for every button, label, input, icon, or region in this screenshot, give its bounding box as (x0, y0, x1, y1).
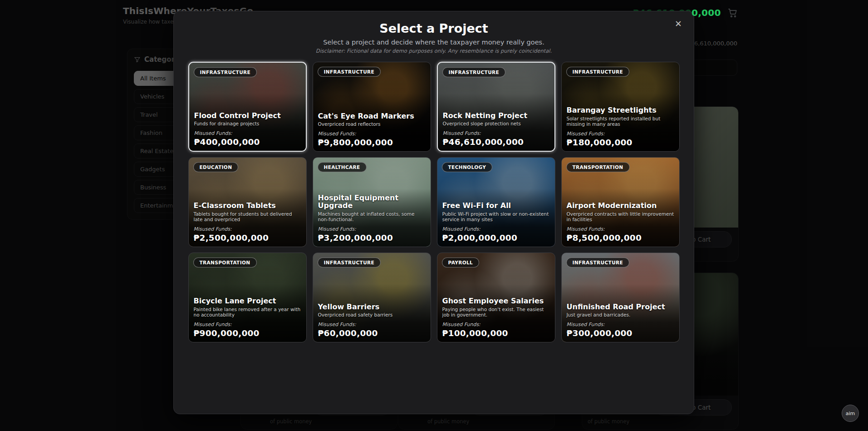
modal-subtitle: Select a project and decide where the ta… (174, 39, 694, 46)
project-description: Solar streetlights reported installed bu… (567, 116, 674, 127)
misused-funds-label: Misused Funds: (318, 226, 426, 232)
category-badge: INFRASTRUCTURE (442, 67, 506, 77)
misused-funds-amount: ₱180,000,000 (567, 138, 674, 147)
misused-funds-label: Misused Funds: (442, 322, 550, 327)
misused-funds-label: Misused Funds: (194, 130, 301, 136)
project-description: Paying people who don't exist. The easie… (442, 307, 550, 318)
project-description: Tablets bought for students but delivere… (194, 211, 301, 223)
close-icon[interactable]: ✕ (672, 17, 685, 31)
project-card-bicycle-lane[interactable]: TRANSPORTATION Bicycle Lane Project Pain… (188, 253, 307, 342)
project-description: Public Wi-Fi project with slow or non-ex… (442, 211, 550, 223)
misused-funds-label: Misused Funds: (567, 226, 674, 232)
misused-funds-amount: ₱2,500,000,000 (194, 233, 301, 243)
misused-funds-amount: ₱60,000,000 (318, 328, 426, 338)
project-card-e-classroom[interactable]: EDUCATION E-Classroom Tablets Tablets bo… (188, 157, 307, 247)
project-card-free-wifi[interactable]: TECHNOLOGY Free Wi-Fi for All Public Wi-… (437, 157, 555, 247)
project-description: Overpriced road safety barriers (318, 312, 426, 318)
project-card-barangay-streetlights[interactable]: INFRASTRUCTURE Barangay Streetlights Sol… (561, 62, 680, 152)
project-card-rock-netting[interactable]: INFRASTRUCTURE Rock Netting Project Over… (437, 62, 555, 152)
project-title: Ghost Employee Salaries (442, 297, 550, 305)
project-title: E-Classroom Tablets (194, 202, 301, 210)
project-card-yellow-barriers[interactable]: INFRASTRUCTURE Yellow Barriers Overprice… (313, 253, 431, 342)
project-title: Unfinished Road Project (567, 303, 674, 311)
project-description: Funds for drainage projects (194, 121, 301, 127)
misused-funds-amount: ₱100,000,000 (442, 328, 550, 338)
modal-title: Select a Project (174, 21, 694, 35)
misused-funds-amount: ₱2,000,000,000 (442, 233, 550, 243)
project-title: Cat's Eye Road Markers (318, 112, 426, 120)
project-title: Hospital Equipment Upgrade (318, 194, 426, 210)
misused-funds-amount: ₱9,800,000,000 (318, 138, 426, 147)
modal-disclaimer: Disclaimer: Fictional data for demo purp… (174, 48, 694, 54)
misused-funds-label: Misused Funds: (318, 322, 426, 327)
project-description: Machines bought at inflated costs, some … (318, 211, 426, 223)
category-badge: INFRASTRUCTURE (566, 67, 630, 77)
misused-funds-label: Misused Funds: (567, 131, 674, 137)
category-badge: INFRASTRUCTURE (318, 258, 381, 268)
project-description: Just gravel and barricades. (567, 312, 674, 318)
project-card-unfinished-road[interactable]: INFRASTRUCTURE Unfinished Road Project J… (561, 253, 680, 342)
project-card-flood-control[interactable]: INFRASTRUCTURE Flood Control Project Fun… (188, 62, 307, 152)
misused-funds-amount: ₱400,000,000 (194, 137, 301, 147)
project-title: Airport Modernization (567, 202, 674, 210)
project-title: Yellow Barriers (318, 303, 426, 311)
misused-funds-label: Misused Funds: (442, 226, 550, 232)
misused-funds-amount: ₱46,610,000,000 (443, 137, 549, 147)
category-badge: INFRASTRUCTURE (194, 67, 257, 77)
category-badge: HEALTHCARE (318, 162, 367, 172)
project-title: Barangay Streetlights (567, 106, 674, 114)
project-description: Overpriced contracts with little improve… (567, 211, 674, 223)
category-badge: INFRASTRUCTURE (566, 258, 630, 268)
project-title: Bicycle Lane Project (194, 297, 301, 305)
project-card-airport-modernization[interactable]: TRANSPORTATION Airport Modernization Ove… (561, 157, 680, 247)
category-badge: PAYROLL (442, 258, 480, 268)
misused-funds-amount: ₱8,500,000,000 (567, 233, 674, 243)
misused-funds-amount: ₱3,200,000,000 (318, 233, 426, 243)
floating-action-button[interactable]: aim (842, 405, 859, 422)
project-title: Free Wi-Fi for All (442, 202, 550, 210)
misused-funds-label: Misused Funds: (567, 322, 674, 327)
project-card-cats-eye[interactable]: INFRASTRUCTURE Cat's Eye Road Markers Ov… (313, 62, 431, 152)
category-badge: INFRASTRUCTURE (318, 67, 381, 77)
misused-funds-amount: ₱300,000,000 (567, 328, 674, 338)
category-badge: TECHNOLOGY (442, 162, 493, 172)
select-project-modal: ✕ Select a Project Select a project and … (173, 11, 694, 414)
project-title: Rock Netting Project (443, 112, 549, 120)
project-title: Flood Control Project (194, 112, 301, 120)
project-description: Overpriced slope protection nets (443, 121, 549, 127)
misused-funds-amount: ₱900,000,000 (194, 328, 301, 338)
category-badge: TRANSPORTATION (193, 258, 257, 268)
project-card-hospital-equipment[interactable]: HEALTHCARE Hospital Equipment Upgrade Ma… (313, 157, 431, 247)
category-badge: EDUCATION (193, 162, 239, 172)
misused-funds-label: Misused Funds: (194, 322, 301, 327)
misused-funds-label: Misused Funds: (443, 130, 549, 136)
budget-total-clipped: 0,000 (691, 7, 721, 18)
project-description: Overpriced road reflectors (318, 121, 426, 127)
misused-funds-label: Misused Funds: (194, 226, 301, 232)
project-card-ghost-employees[interactable]: PAYROLL Ghost Employee Salaries Paying p… (437, 253, 555, 342)
category-badge: TRANSPORTATION (566, 162, 630, 172)
project-description: Painted bike lanes removed after a year … (194, 307, 301, 318)
project-grid: INFRASTRUCTURE Flood Control Project Fun… (174, 62, 694, 342)
misused-funds-label: Misused Funds: (318, 131, 426, 137)
